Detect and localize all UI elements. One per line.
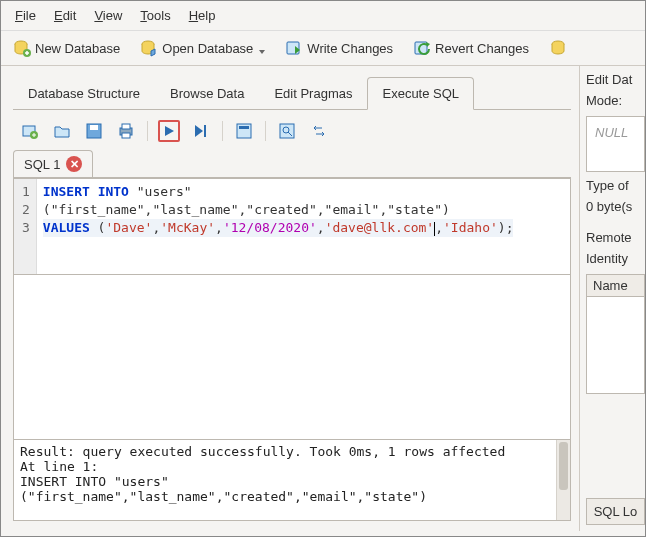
print-icon [117, 122, 135, 140]
folder-open-icon [53, 122, 71, 140]
extra-button[interactable] [545, 37, 571, 59]
sql-file-tabs: SQL 1 ✕ [13, 150, 571, 178]
write-changes-icon [285, 39, 303, 57]
save-result-icon [235, 122, 253, 140]
main-tabs: Database Structure Browse Data Edit Prag… [13, 76, 571, 110]
find-replace-icon [310, 122, 328, 140]
separator [147, 121, 148, 141]
identity-label: Identity [586, 251, 645, 266]
tab-pragmas[interactable]: Edit Pragmas [259, 77, 367, 110]
save-result-button[interactable] [233, 120, 255, 142]
remote-header: Remote [586, 230, 645, 245]
results-grid[interactable] [14, 274, 570, 440]
tab-browse[interactable]: Browse Data [155, 77, 259, 110]
svg-rect-15 [239, 126, 249, 129]
svg-rect-13 [204, 125, 206, 137]
open-database-label: Open Database [162, 41, 253, 56]
save-icon [85, 122, 103, 140]
database-open-icon [140, 39, 158, 57]
svg-rect-12 [122, 133, 130, 138]
main-toolbar: New Database Open Database Write Changes… [1, 31, 645, 66]
save-sql-button[interactable] [83, 120, 105, 142]
menubar: File Edit View Tools Help [1, 1, 645, 31]
editor-container: 1 2 3 INSERT INTO "users" ("first_name",… [13, 178, 571, 521]
revert-changes-label: Revert Changes [435, 41, 529, 56]
name-column-header[interactable]: Name [587, 275, 644, 297]
execute-line-button[interactable] [190, 120, 212, 142]
menu-help[interactable]: Help [183, 5, 222, 26]
sql-log-button[interactable]: SQL Lo [586, 498, 645, 525]
database-icon [549, 39, 567, 57]
type-label: Type of [586, 178, 645, 193]
sql-editor[interactable]: 1 2 3 INSERT INTO "users" ("first_name",… [14, 179, 570, 274]
size-label: 0 byte(s [586, 199, 645, 214]
write-changes-label: Write Changes [307, 41, 393, 56]
new-tab-icon [21, 122, 39, 140]
identity-list[interactable]: Name [586, 274, 645, 394]
open-sql-button[interactable] [51, 120, 73, 142]
find-button[interactable] [276, 120, 298, 142]
scrollbar-thumb[interactable] [559, 442, 568, 490]
play-last-icon [192, 122, 210, 140]
write-changes-button[interactable]: Write Changes [281, 37, 397, 59]
scrollbar[interactable] [556, 440, 570, 520]
separator [265, 121, 266, 141]
line-gutter: 1 2 3 [14, 179, 37, 274]
code-content[interactable]: INSERT INTO "users" ("first_name","last_… [37, 179, 520, 274]
menu-tools[interactable]: Tools [134, 5, 176, 26]
open-database-dropdown[interactable] [259, 50, 265, 54]
close-tab-icon[interactable]: ✕ [66, 156, 82, 172]
cell-editor[interactable]: NULL [586, 116, 645, 172]
mode-label: Mode: [586, 93, 645, 108]
print-button[interactable] [115, 120, 137, 142]
svg-rect-11 [122, 124, 130, 129]
find-icon [278, 122, 296, 140]
sql-tab-label: SQL 1 [24, 157, 60, 172]
message-log[interactable]: Result: query executed successfully. Too… [14, 440, 570, 520]
database-new-icon [13, 39, 31, 57]
edit-cell-header: Edit Dat [586, 72, 645, 87]
revert-changes-icon [413, 39, 431, 57]
execute-button[interactable] [158, 120, 180, 142]
side-panel: Edit Dat Mode: NULL Type of 0 byte(s Rem… [579, 66, 645, 531]
sql-toolbar [13, 110, 571, 150]
menu-file[interactable]: File [9, 5, 42, 26]
revert-changes-button[interactable]: Revert Changes [409, 37, 533, 59]
menu-view[interactable]: View [88, 5, 128, 26]
find-replace-button[interactable] [308, 120, 330, 142]
svg-rect-9 [90, 125, 98, 130]
menu-edit[interactable]: Edit [48, 5, 82, 26]
new-tab-button[interactable] [19, 120, 41, 142]
separator [222, 121, 223, 141]
new-database-label: New Database [35, 41, 120, 56]
new-database-button[interactable]: New Database [9, 37, 124, 59]
open-database-button[interactable]: Open Database [136, 37, 269, 59]
tab-structure[interactable]: Database Structure [13, 77, 155, 110]
tab-execute-sql[interactable]: Execute SQL [367, 77, 474, 110]
sql-tab-1[interactable]: SQL 1 ✕ [13, 150, 93, 177]
play-icon [162, 124, 176, 138]
